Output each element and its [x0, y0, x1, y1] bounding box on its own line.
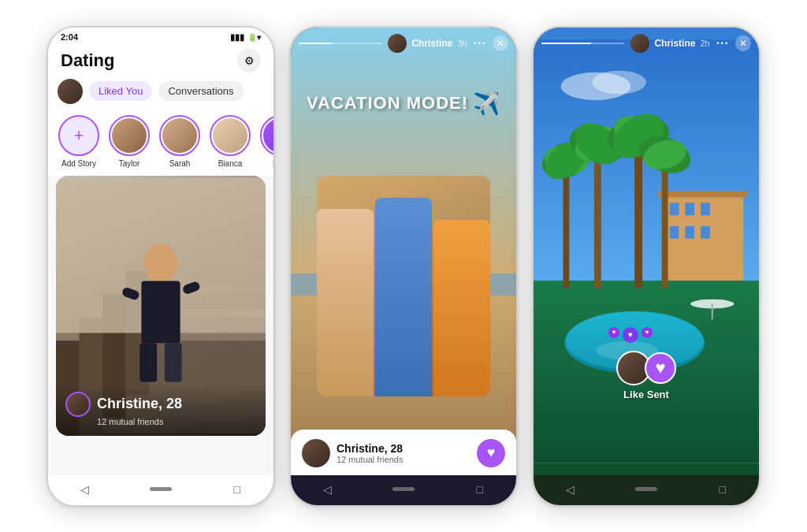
story-bottom-mutual: 12 mutual friends: [337, 455, 403, 464]
story-content-3: Christine 2h ··· ✕ ♥ ♥ ♥ ♥ Like Sent: [534, 28, 759, 475]
back-button-1[interactable]: ◁: [76, 482, 92, 497]
app-header: Dating ⚙: [48, 44, 273, 76]
profile-card[interactable]: Christine, 28 12 mutual friends: [56, 176, 266, 436]
gear-icon: ⚙: [244, 54, 255, 67]
bottom-nav-1: ◁ □: [48, 475, 273, 505]
story-user-info-3: Christine 2h: [630, 34, 709, 53]
phone-2: Christine 3h ··· ✕ VACATION MODE! ✈️: [289, 26, 518, 507]
story-sarah[interactable]: Sarah: [158, 115, 201, 168]
story-user-info-2: Christine 3h: [388, 34, 467, 53]
heart-bubble-3: ♥: [642, 327, 653, 338]
svg-rect-12: [139, 343, 157, 381]
profile-mini-avatar: [65, 392, 91, 417]
like-button-2[interactable]: ♥: [477, 439, 505, 467]
story-avatar-2: [388, 34, 407, 53]
svg-rect-23: [670, 225, 679, 238]
svg-point-10: [143, 244, 177, 282]
svg-rect-30: [563, 164, 569, 288]
phone-3: Christine 2h ··· ✕ ♥ ♥ ♥ ♥ Like Sent: [532, 26, 761, 507]
story-bottom-info-2: Christine, 28 12 mutual friends: [302, 439, 403, 467]
tab-avatar[interactable]: [58, 79, 83, 104]
story-sp[interactable]: Sp...: [259, 115, 273, 168]
back-button-3[interactable]: ◁: [562, 482, 578, 497]
story-avatar-taylor[interactable]: [109, 115, 150, 156]
progress-fill-3: [541, 43, 591, 44]
story-time-3: 2h: [700, 39, 709, 48]
home-button-2[interactable]: [392, 487, 415, 491]
story-add[interactable]: + Add Story: [58, 115, 100, 168]
profile-name: Christine, 28: [97, 396, 182, 412]
story-top-bar-3: Christine 2h ··· ✕: [534, 28, 759, 56]
settings-button[interactable]: ⚙: [237, 49, 261, 73]
bianca-avatar-img: [213, 118, 247, 153]
close-button-3[interactable]: ✕: [735, 35, 751, 51]
status-time-1: 2:04: [61, 32, 78, 42]
plane-emoji: ✈️: [473, 91, 500, 117]
taylor-label: Taylor: [119, 159, 140, 168]
bianca-label: Bianca: [218, 159, 243, 168]
tab-liked-you[interactable]: Liked You: [89, 81, 152, 101]
add-story-label: Add Story: [61, 159, 96, 168]
progress-fill-2: [299, 43, 332, 44]
phone-1: 2:04 ▮▮▮ 🔋▾ Dating ⚙ Liked You Conversat…: [46, 26, 275, 507]
story-bottom-name: Christine, 28: [337, 442, 403, 455]
story-avatar-3: [630, 34, 649, 53]
resort-bg: [534, 28, 759, 475]
close-button-2[interactable]: ✕: [493, 35, 508, 51]
story-top-bar-2: Christine 3h ··· ✕: [291, 28, 516, 56]
sarah-label: Sarah: [169, 159, 191, 168]
sp-label: Sp...: [273, 159, 273, 168]
like-sent-avatars: ♥: [616, 351, 676, 385]
status-bar-1: 2:04 ▮▮▮ 🔋▾: [48, 28, 273, 44]
phone1-app-content: Dating ⚙ Liked You Conversations + Add S…: [48, 44, 273, 475]
svg-rect-26: [658, 191, 747, 197]
bottom-nav-3: ◁ □: [534, 475, 759, 505]
svg-rect-38: [634, 140, 642, 288]
svg-rect-21: [685, 203, 694, 215]
story-avatar-sarah[interactable]: [159, 115, 200, 156]
heart-bubble-2: ♥: [623, 327, 638, 343]
taylor-avatar-img: [112, 118, 147, 153]
battery-icon: 🔋▾: [247, 33, 261, 42]
signal-icon: ▮▮▮: [230, 32, 244, 43]
story-bianca[interactable]: Bianca: [209, 115, 251, 168]
woman-2: [375, 198, 432, 396]
bottom-nav-2: ◁ □: [291, 475, 516, 505]
stories-row: + Add Story Taylor Sarah: [48, 110, 273, 176]
status-icons-1: ▮▮▮ 🔋▾: [230, 32, 261, 43]
svg-rect-42: [662, 160, 668, 288]
svg-rect-22: [701, 203, 710, 215]
tab-conversations[interactable]: Conversations: [158, 81, 243, 101]
svg-rect-13: [165, 343, 182, 381]
app-title: Dating: [61, 50, 114, 71]
story-time-2: 3h: [457, 39, 467, 48]
story-taylor[interactable]: Taylor: [108, 115, 151, 168]
add-plus-icon: +: [74, 125, 84, 146]
like-sent-avatars-container: ♥ ♥ ♥ ♥: [616, 351, 676, 385]
svg-point-18: [592, 70, 646, 94]
story-text-overlay-2: VACATION MODE! ✈️: [291, 91, 516, 117]
profile-info-overlay: Christine, 28 12 mutual friends: [56, 384, 266, 436]
square-button-1[interactable]: □: [229, 482, 245, 497]
progress-bar-2: [299, 43, 381, 44]
story-avatar-sp[interactable]: [260, 115, 273, 156]
home-button-1[interactable]: [150, 487, 172, 491]
more-button-2[interactable]: ···: [474, 36, 486, 50]
home-button-3[interactable]: [635, 487, 657, 491]
sp-avatar-img: [263, 118, 273, 153]
back-button-2[interactable]: ◁: [319, 482, 335, 497]
square-button-3[interactable]: □: [715, 482, 731, 497]
woman-3: [433, 220, 490, 396]
svg-rect-25: [701, 225, 710, 238]
story-bottom-text: Christine, 28 12 mutual friends: [337, 442, 403, 464]
more-button-3[interactable]: ···: [716, 36, 729, 50]
story-bottom-avatar-2: [302, 439, 330, 467]
people-group: [317, 176, 490, 396]
square-button-2[interactable]: □: [472, 482, 488, 497]
vacation-text: VACATION MODE!: [307, 93, 468, 113]
story-user-name-3: Christine: [654, 38, 695, 49]
add-story-avatar[interactable]: +: [58, 115, 99, 156]
resort-scene-svg: [534, 28, 759, 475]
story-avatar-bianca[interactable]: [210, 115, 251, 156]
heart-bubble-1: ♥: [608, 327, 619, 338]
